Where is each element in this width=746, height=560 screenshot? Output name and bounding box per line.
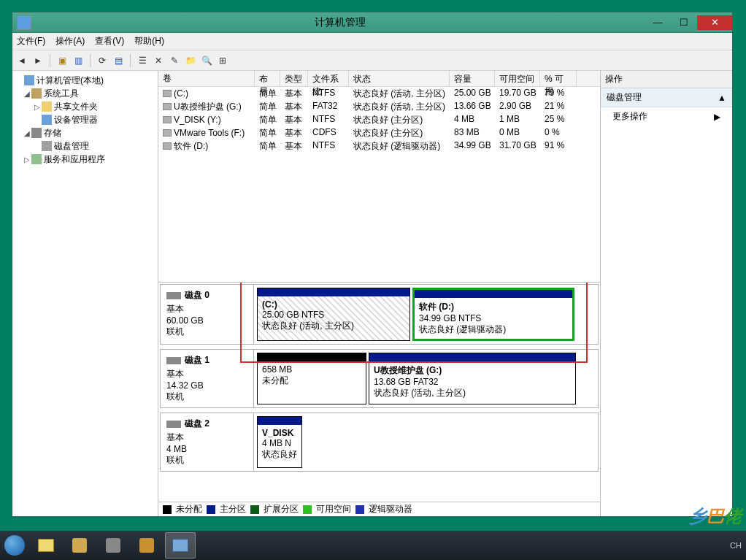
tree-devmgr[interactable]: 设备管理器 bbox=[54, 114, 98, 126]
tree-storage[interactable]: 存储 bbox=[44, 127, 61, 139]
tb-icon-a[interactable]: ☰ bbox=[136, 54, 149, 67]
tree-systools[interactable]: 系统工具 bbox=[44, 88, 79, 100]
menu-file[interactable]: 文件(F) bbox=[17, 35, 45, 47]
tb-icon-f[interactable]: ⊞ bbox=[216, 54, 229, 67]
actions-section[interactable]: 磁盘管理▲ bbox=[601, 88, 732, 107]
tb-icon-b[interactable]: ✕ bbox=[152, 54, 165, 67]
center-pane: 卷 布局 类型 文件系统 状态 容量 可用空间 % 可用 (C:)简单基本NTF… bbox=[158, 71, 601, 516]
actions-header: 操作 bbox=[601, 71, 732, 88]
partition[interactable]: 软件 (D:)34.99 GB NTFS状态良好 (逻辑驱动器) bbox=[412, 288, 574, 341]
tree-shared[interactable]: 共享文件夹 bbox=[54, 101, 98, 113]
partition[interactable]: 658 MB未分配 bbox=[257, 353, 366, 404]
partition[interactable]: (C:)25.00 GB NTFS状态良好 (活动, 主分区) bbox=[257, 288, 410, 341]
toolbar: ◄ ► ▣ ▥ ⟳ ▤ ☰ ✕ ✎ 📁 🔍 ⊞ bbox=[12, 50, 732, 71]
task-explorer[interactable] bbox=[31, 532, 61, 559]
start-button[interactable] bbox=[0, 531, 29, 560]
table-row[interactable]: (C:)简单基本NTFS状态良好 (活动, 主分区)25.00 GB19.70 … bbox=[158, 87, 600, 100]
system-tray[interactable]: CH bbox=[730, 541, 742, 550]
show-hide-button[interactable]: ▥ bbox=[72, 54, 85, 67]
tb-icon-d[interactable]: 📁 bbox=[184, 54, 197, 67]
task-app-2[interactable] bbox=[98, 532, 128, 559]
table-row[interactable]: V_DISK (Y:)简单基本NTFS状态良好 (主分区)4 MB1 MB25 … bbox=[158, 113, 600, 126]
partition[interactable]: V_DISK4 MB N状态良好 bbox=[257, 416, 302, 468]
chevron-right-icon: ▶ bbox=[714, 112, 720, 122]
disk-row[interactable]: 磁盘 0基本60.00 GB联机(C:)25.00 GB NTFS状态良好 (活… bbox=[160, 284, 599, 345]
tree-root[interactable]: 计算机管理(本地) bbox=[36, 74, 104, 87]
menu-action[interactable]: 操作(A) bbox=[55, 35, 85, 47]
task-app-3[interactable] bbox=[131, 532, 162, 559]
properties-button[interactable]: ▤ bbox=[112, 54, 125, 67]
disk-row[interactable]: 磁盘 1基本14.32 GB联机658 MB未分配U教授维护盘 (G:)13.6… bbox=[160, 349, 599, 408]
tb-icon-e[interactable]: 🔍 bbox=[200, 54, 213, 67]
volume-table[interactable]: 卷 布局 类型 文件系统 状态 容量 可用空间 % 可用 (C:)简单基本NTF… bbox=[158, 71, 600, 283]
minimize-button[interactable]: — bbox=[645, 15, 671, 30]
computer-mgmt-window: 计算机管理 — ☐ ✕ 文件(F) 操作(A) 查看(V) 帮助(H) ◄ ► … bbox=[12, 12, 733, 517]
tray-lang[interactable]: CH bbox=[730, 541, 742, 550]
disk-row[interactable]: 磁盘 2基本4 MB联机V_DISK4 MB N状态良好 bbox=[160, 413, 599, 472]
app-icon bbox=[17, 15, 31, 30]
table-row[interactable]: VMware Tools (F:)简单基本CDFS状态良好 (主分区)83 MB… bbox=[158, 126, 600, 139]
up-button[interactable]: ▣ bbox=[55, 54, 69, 67]
table-row[interactable]: U教授维护盘 (G:)简单基本FAT32状态良好 (活动, 主分区)13.66 … bbox=[158, 100, 600, 113]
legend: 未分配 主分区 扩展分区 可用空间 逻辑驱动器 bbox=[158, 502, 600, 516]
close-button[interactable]: ✕ bbox=[697, 15, 732, 30]
tree-services[interactable]: 服务和应用程序 bbox=[44, 153, 105, 166]
menu-view[interactable]: 查看(V) bbox=[95, 35, 124, 47]
taskbar[interactable]: CH bbox=[0, 531, 746, 560]
task-app-1[interactable] bbox=[64, 532, 95, 559]
table-row[interactable]: 软件 (D:)简单基本NTFS状态良好 (逻辑驱动器)34.99 GB31.70… bbox=[158, 139, 600, 153]
nav-tree[interactable]: 计算机管理(本地) ◢系统工具 ▷共享文件夹 设备管理器 ◢存储 磁盘管理 ▷服… bbox=[12, 71, 158, 516]
maximize-button[interactable]: ☐ bbox=[671, 15, 697, 30]
more-actions[interactable]: 更多操作▶ bbox=[601, 107, 732, 126]
refresh-button[interactable]: ⟳ bbox=[96, 54, 109, 67]
menubar: 文件(F) 操作(A) 查看(V) 帮助(H) bbox=[12, 33, 732, 50]
collapse-icon[interactable]: ▲ bbox=[718, 93, 726, 103]
forward-button[interactable]: ► bbox=[31, 54, 45, 67]
window-title: 计算机管理 bbox=[36, 16, 645, 29]
titlebar[interactable]: 计算机管理 — ☐ ✕ bbox=[12, 12, 732, 33]
menu-help[interactable]: 帮助(H) bbox=[134, 35, 164, 47]
disk-map[interactable]: 磁盘 0基本60.00 GB联机(C:)25.00 GB NTFS状态良好 (活… bbox=[158, 283, 600, 516]
tb-icon-c[interactable]: ✎ bbox=[168, 54, 181, 67]
partition[interactable]: U教授维护盘 (G:)13.68 GB FAT32状态良好 (活动, 主分区) bbox=[369, 353, 576, 404]
actions-pane: 操作 磁盘管理▲ 更多操作▶ bbox=[601, 71, 732, 516]
back-button[interactable]: ◄ bbox=[15, 54, 28, 67]
table-header[interactable]: 卷 布局 类型 文件系统 状态 容量 可用空间 % 可用 bbox=[158, 71, 600, 87]
tree-diskmgmt[interactable]: 磁盘管理 bbox=[54, 140, 89, 153]
task-computer-mgmt[interactable] bbox=[165, 532, 196, 559]
